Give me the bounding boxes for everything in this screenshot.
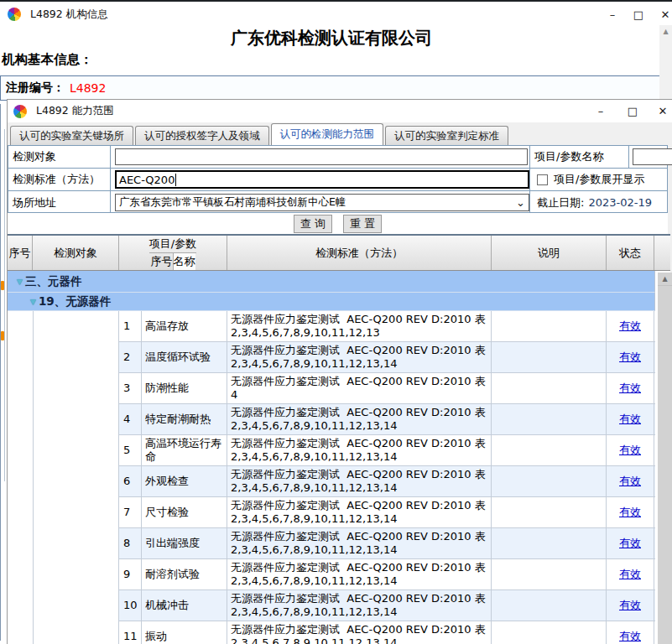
window1-title: L4892 机构信息: [30, 8, 108, 22]
expand-params-label: 项目/参数展开显示: [554, 172, 644, 187]
table-row: 3 防潮性能 无源器件应力鉴定测试 AEC-Q200 REV D:2010 表4…: [119, 373, 655, 404]
header-param-name: 名称: [174, 253, 195, 270]
standard-cell: 无源器件应力鉴定测试 AEC-Q200 REV D:2010 表2,3,4,5,…: [227, 590, 492, 621]
status-link[interactable]: 有效: [619, 413, 641, 426]
chevron-down-icon: ⌄: [516, 195, 525, 210]
param-name-cell: 高温环境运行寿命: [142, 435, 227, 465]
status-cell: 有效: [607, 590, 654, 621]
param-name-cell: 振动: [142, 621, 227, 644]
param-seq-cell: 3: [119, 373, 142, 403]
close-button[interactable]: ✕: [650, 100, 672, 122]
param-name-label: 项目/参数名称: [534, 149, 603, 164]
capability-scope-window: L4892 能力范围 – □ ✕ 认可的实验室关键场所认可的授权签字人及领域认可…: [7, 99, 672, 644]
standard-field-cell: AEC-Q200: [111, 169, 530, 191]
table-row: 2 温度循环试验 无源器件应力鉴定测试 AEC-Q200 REV D:2010 …: [119, 342, 655, 373]
status-link[interactable]: 有效: [619, 444, 641, 457]
text-caret: [175, 174, 176, 186]
status-link[interactable]: 有效: [619, 475, 641, 488]
status-cell: 有效: [607, 559, 654, 589]
table-row: 7 尺寸检验 无源器件应力鉴定测试 AEC-Q200 REV D:2010 表2…: [119, 497, 655, 528]
expand-params-cell: 项目/参数展开显示: [530, 169, 667, 191]
standard-cell: 无源器件应力鉴定测试 AEC-Q200 REV D:2010 表2,3,4,5,…: [227, 311, 492, 341]
test-object-input[interactable]: [115, 148, 528, 165]
query-button[interactable]: 查 询: [294, 215, 332, 233]
table-scrollbar[interactable]: ▲: [658, 273, 672, 644]
reset-button[interactable]: 重 置: [343, 215, 382, 233]
scroll-up-icon[interactable]: ▲: [658, 273, 672, 286]
window2-titlebar[interactable]: L4892 能力范围 – □ ✕: [8, 100, 672, 122]
header-status: 状态: [607, 236, 654, 270]
address-select[interactable]: 广东省东莞市常平镇板石村南埔科技创新中心E幢 ⌄: [115, 194, 529, 211]
note-cell: [492, 311, 607, 341]
param-name-field-cell: [629, 146, 667, 169]
status-link[interactable]: 有效: [619, 506, 641, 519]
maximize-button[interactable]: □: [620, 100, 645, 122]
background-fragment: [1, 331, 4, 340]
status-cell: 有效: [607, 435, 654, 465]
tab[interactable]: 认可的实验室关键场所: [10, 126, 133, 145]
minimize-button[interactable]: –: [600, 3, 625, 25]
test-object-field-cell: [111, 146, 530, 169]
capability-table: 序号 检测对象 项目/参数 序号 名称 检测标准（方法） 说明 状态 ▼ 三、元…: [8, 234, 670, 644]
status-link[interactable]: 有效: [619, 568, 641, 581]
button-bar: 查 询 重 置: [8, 213, 668, 234]
note-cell: [492, 404, 607, 434]
status-cell: 有效: [607, 528, 654, 558]
address-field-cell: 广东省东莞市常平镇板石村南埔科技创新中心E幢 ⌄: [111, 191, 530, 214]
status-link[interactable]: 有效: [619, 351, 641, 364]
group-label: 三、元器件: [25, 274, 82, 289]
address-select-value: 广东省东莞市常平镇板石村南埔科技创新中心E幢: [119, 195, 346, 210]
group-row-passive-components[interactable]: ▼ 19、无源器件: [8, 293, 655, 311]
standard-cell: 无源器件应力鉴定测试 AEC-Q200 REV D:2010 表2,3,4,5,…: [227, 559, 492, 589]
standard-input[interactable]: AEC-Q200: [115, 170, 529, 189]
param-name-input[interactable]: [633, 148, 672, 165]
table-header: 序号 检测对象 项目/参数 序号 名称 检测标准（方法） 说明 状态: [8, 236, 670, 271]
window1-scrollbar[interactable]: ▲: [659, 25, 672, 101]
param-name-cell: 机械冲击: [142, 590, 227, 621]
minimize-button[interactable]: –: [588, 100, 613, 122]
note-cell: [492, 466, 607, 496]
header-note: 说明: [492, 236, 607, 270]
param-name-cell: 防潮性能: [142, 373, 227, 403]
note-cell: [492, 435, 607, 465]
table-row: 9 耐溶剂试验 无源器件应力鉴定测试 AEC-Q200 REV D:2010 表…: [119, 559, 655, 590]
window2-title: L4892 能力范围: [36, 104, 114, 118]
status-link[interactable]: 有效: [619, 599, 641, 612]
column-divider: [33, 311, 34, 644]
tab[interactable]: 认可的授权签字人及领域: [135, 126, 269, 145]
status-cell: 有效: [607, 466, 654, 496]
status-link[interactable]: 有效: [619, 319, 641, 333]
expand-params-checkbox[interactable]: [537, 174, 548, 185]
standard-cell: 无源器件应力鉴定测试 AEC-Q200 REV D:2010 表2,3,4,5,…: [227, 435, 492, 465]
note-cell: [492, 342, 607, 372]
tab[interactable]: 认可的实验室判定标准: [385, 126, 508, 145]
standard-label: 检测标准（方法）: [13, 172, 100, 187]
tab[interactable]: 认可的检测能力范围: [271, 123, 384, 145]
collapse-arrow-icon[interactable]: ▼: [17, 278, 23, 286]
pinwheel-logo-icon: [8, 8, 21, 21]
note-cell: [492, 559, 607, 589]
window1-titlebar[interactable]: L4892 机构信息 – □ ✕: [0, 3, 672, 25]
param-name-label-cell: 项目/参数名称: [530, 146, 629, 169]
background-fragment: [1, 281, 4, 290]
param-name-cell: 尺寸检验: [142, 497, 227, 527]
header-param-group-label: 项目/参数: [149, 236, 196, 253]
section-heading: 机构基本信息：: [2, 51, 93, 69]
status-link[interactable]: 有效: [619, 382, 641, 395]
param-seq-cell: 9: [119, 559, 142, 589]
status-link[interactable]: 有效: [619, 630, 641, 643]
registration-label: 注册编号：: [6, 80, 65, 96]
collapse-arrow-icon[interactable]: ▼: [30, 298, 36, 306]
standard-cell: 无源器件应力鉴定测试 AEC-Q200 REV D:2010 表2,3,4,5,…: [227, 497, 492, 527]
deadline-cell: 截止日期: 2023-02-19: [530, 191, 667, 214]
close-button[interactable]: ✕: [653, 3, 672, 25]
registration-box: 注册编号： L4892: [0, 75, 664, 101]
param-name-cell: 外观检查: [142, 466, 227, 496]
param-name-cell: 特定耐潮耐热: [142, 404, 227, 434]
maximize-button[interactable]: □: [626, 3, 651, 25]
test-object-label: 检测对象: [13, 149, 56, 164]
note-cell: [492, 590, 607, 621]
status-link[interactable]: 有效: [619, 537, 641, 550]
scroll-up-icon[interactable]: ▲: [659, 28, 672, 36]
group-row-components[interactable]: ▼ 三、元器件: [8, 271, 655, 293]
